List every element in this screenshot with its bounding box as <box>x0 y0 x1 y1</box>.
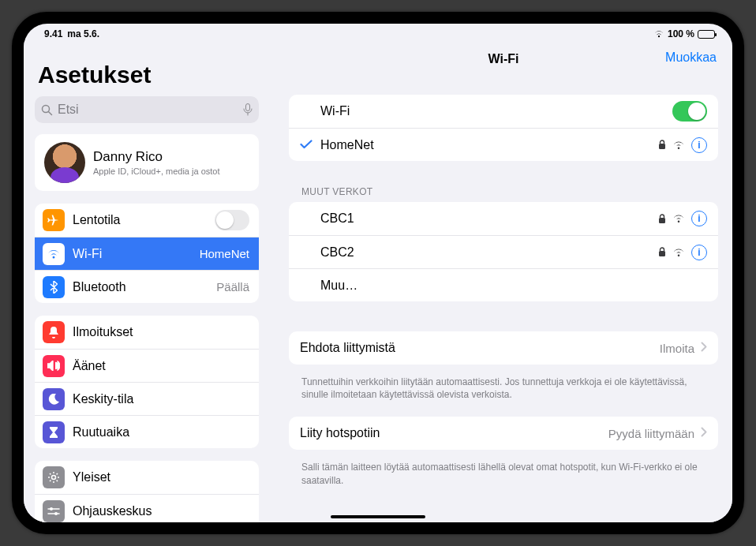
sidebar-item-control-center[interactable]: Ohjauskeskus <box>35 494 259 522</box>
airplane-icon <box>43 209 65 231</box>
sidebar-group-general: Yleiset Ohjauskeskus AA Näyttö ja kirkka… <box>35 461 259 522</box>
settings-sidebar: Asetukset Etsi Danny Rico Apple ID, iClo… <box>24 41 270 522</box>
status-time: 9.41 <box>44 28 62 39</box>
svg-point-5 <box>54 512 58 515</box>
wifi-toggle[interactable] <box>672 101 707 122</box>
sidebar-item-notifications[interactable]: Ilmoitukset <box>35 316 259 349</box>
svg-rect-8 <box>659 218 665 223</box>
home-indicator[interactable] <box>331 515 425 518</box>
svg-rect-7 <box>659 144 665 149</box>
sidebar-item-bluetooth[interactable]: Bluetooth Päällä <box>35 270 259 303</box>
sidebar-item-screentime[interactable]: Ruutuaika <box>35 415 259 448</box>
wifi-signal-icon <box>672 248 685 257</box>
wifi-status-card: Wi-Fi HomeNet i <box>289 95 718 161</box>
hotspot-card: Liity hotspotiin Pyydä liittymään <box>289 417 718 450</box>
speaker-icon <box>43 355 65 377</box>
other-networks-card: CBC1 i CBC2 i <box>289 202 718 301</box>
info-button[interactable]: i <box>691 137 707 153</box>
svg-rect-2 <box>246 104 250 111</box>
other-network-label: Muu… <box>320 279 707 293</box>
connected-network-name: HomeNet <box>320 138 652 152</box>
bluetooth-value: Päällä <box>216 280 249 294</box>
info-button[interactable]: i <box>691 211 707 226</box>
screentime-label: Ruutuaika <box>73 425 249 439</box>
svg-point-3 <box>52 476 56 480</box>
profile-subtitle: Apple ID, iCloud+, media ja ostot <box>93 166 249 176</box>
chevron-right-icon <box>701 341 707 355</box>
hourglass-icon <box>43 421 65 443</box>
wifi-master-label: Wi-Fi <box>320 104 666 118</box>
sidebar-group-alerts: Ilmoitukset Äänet Keskity-tila <box>35 316 259 448</box>
sidebar-group-connectivity: Lentotila Wi-Fi HomeNet B <box>35 204 259 303</box>
connected-network-row[interactable]: HomeNet i <box>289 128 718 161</box>
other-networks-header: MUUT VERKOT <box>289 167 718 202</box>
hotspot-footer: Salli tämän laitteen löytää automaattise… <box>289 456 718 486</box>
network-name: CBC2 <box>320 245 652 260</box>
airplane-toggle[interactable] <box>215 210 249 230</box>
profile-card[interactable]: Danny Rico Apple ID, iCloud+, media ja o… <box>35 134 259 191</box>
bluetooth-icon <box>43 276 65 298</box>
other-network-row[interactable]: Muu… <box>289 268 718 301</box>
profile-name: Danny Rico <box>93 149 249 165</box>
sliders-icon <box>43 500 65 522</box>
lock-icon <box>658 214 666 224</box>
checkmark-icon <box>300 138 314 152</box>
svg-rect-9 <box>659 251 665 256</box>
hotspot-row[interactable]: Liity hotspotiin Pyydä liittymään <box>289 417 718 450</box>
edit-button[interactable]: Muokkaa <box>665 50 717 65</box>
main-header: Wi-Fi Muokkaa <box>289 41 718 77</box>
battery-icon <box>698 30 715 39</box>
wifi-label: Wi-Fi <box>73 247 192 261</box>
wifi-master-row: Wi-Fi <box>289 95 718 128</box>
ask-to-join-label: Ehdota liittymistä <box>300 341 653 355</box>
airplane-label: Lentotila <box>73 213 207 227</box>
ask-to-join-card: Ehdota liittymistä Ilmoita <box>289 331 718 365</box>
sidebar-item-general[interactable]: Yleiset <box>35 461 259 494</box>
network-name: CBC1 <box>320 211 652 226</box>
ask-to-join-footer: Tunnettuihin verkkoihin liitytään automa… <box>289 371 718 401</box>
svg-line-1 <box>49 111 52 114</box>
page-title: Wi-Fi <box>488 52 519 66</box>
network-row[interactable]: CBC1 i <box>289 202 718 235</box>
chevron-right-icon <box>701 426 707 440</box>
main-pane: Wi-Fi Muokkaa Wi-Fi HomeNet <box>270 41 732 522</box>
wifi-signal-icon <box>672 214 685 223</box>
search-placeholder: Etsi <box>58 103 238 117</box>
focus-label: Keskity-tila <box>73 392 249 406</box>
mic-icon[interactable] <box>243 103 253 116</box>
control-label: Ohjauskeskus <box>73 504 249 518</box>
hotspot-value: Pyydä liittymään <box>608 427 694 440</box>
wifi-value: HomeNet <box>200 247 249 260</box>
sidebar-item-wifi[interactable]: Wi-Fi HomeNet <box>35 237 259 270</box>
search-input[interactable]: Etsi <box>35 96 259 123</box>
wifi-icon <box>43 243 65 265</box>
network-row[interactable]: CBC2 i <box>289 235 718 268</box>
battery-percent: 100 % <box>668 28 694 39</box>
screen: 9.41 ma 5.6. 100 % Asetukset Etsi <box>24 24 732 522</box>
bell-icon <box>43 321 65 343</box>
lock-icon <box>658 247 666 257</box>
status-bar: 9.41 ma 5.6. 100 % <box>24 24 732 41</box>
search-icon <box>41 104 53 116</box>
svg-point-4 <box>50 507 53 510</box>
status-date: ma 5.6. <box>67 28 99 39</box>
wifi-signal-icon <box>672 140 685 150</box>
sidebar-title: Asetukset <box>35 41 259 93</box>
info-button[interactable]: i <box>691 245 707 260</box>
general-label: Yleiset <box>73 470 249 484</box>
svg-point-0 <box>43 105 50 112</box>
gear-icon <box>43 466 65 488</box>
sidebar-item-sounds[interactable]: Äänet <box>35 349 259 382</box>
bluetooth-label: Bluetooth <box>73 280 208 294</box>
ask-to-join-value: Ilmoita <box>660 342 694 355</box>
moon-icon <box>43 388 65 410</box>
ask-to-join-row[interactable]: Ehdota liittymistä Ilmoita <box>289 331 718 365</box>
sidebar-item-airplane[interactable]: Lentotila <box>35 204 259 237</box>
avatar <box>44 142 85 183</box>
notifications-label: Ilmoitukset <box>73 325 249 339</box>
ipad-device-frame: 9.41 ma 5.6. 100 % Asetukset Etsi <box>12 12 744 534</box>
wifi-status-icon <box>653 30 664 38</box>
sounds-label: Äänet <box>73 359 249 373</box>
sidebar-item-focus[interactable]: Keskity-tila <box>35 382 259 415</box>
hotspot-label: Liity hotspotiin <box>300 426 602 440</box>
